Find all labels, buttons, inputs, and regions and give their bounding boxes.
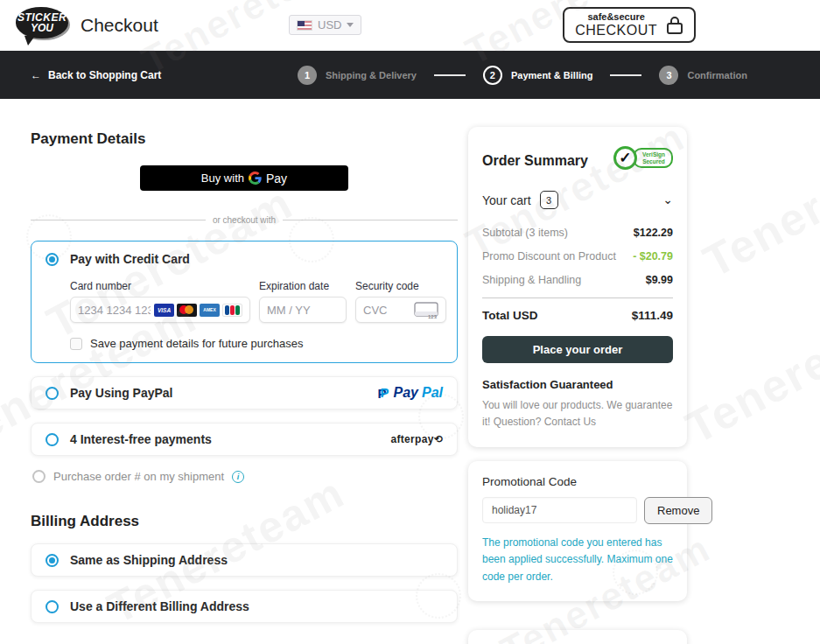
paypal-label: Pay Using PayPal [70,386,173,400]
secure-checkout-badge: safe&secure CHECKOUT [563,7,696,43]
verisign-check-icon: ✓ [613,146,637,170]
same-address-radio[interactable] [46,554,59,567]
afterpay-radio[interactable] [46,433,59,446]
summary-column: Order Summary ✓ VeriSign Secured Your ca… [468,99,687,644]
row-label: Subtotal (3 items) [482,227,568,239]
paypal-option[interactable]: Pay Using PayPal PP PayPal [31,376,458,410]
paypal-logo: PP PayPal [378,385,443,401]
order-notes-card[interactable]: Add Order notes + [468,630,687,644]
currency-code: USD [318,18,341,32]
chevron-down-icon[interactable]: ⌄ [662,197,673,203]
header: STICKER YOU Checkout USD safe&secure CHE… [0,0,820,51]
divider-label: or checkout with [206,215,283,225]
page-title: Checkout [81,15,158,36]
credit-card-radio[interactable] [46,253,59,266]
paypal-p-icon: PP [378,386,390,400]
step-label: Payment & Billing [511,70,593,80]
expiration-input[interactable] [267,304,339,317]
different-address-radio[interactable] [46,600,59,613]
afterpay-option[interactable]: 4 Interest-free payments afterpay⟲ [31,423,458,456]
gpay-label: Pay [266,172,287,186]
card-brand-icons: VISA AMEX [154,304,242,317]
gpay-prefix: Buy with [201,172,244,185]
your-cart-label: Your cart [482,193,531,207]
back-link-label: Back to Shopping Cart [48,69,161,81]
row-label: Shipping & Handling [482,274,581,286]
step-divider [434,74,466,76]
amex-icon: AMEX [200,304,220,317]
stickeryou-logo[interactable]: STICKER YOU [16,5,72,46]
step-label: Shipping & Delivery [326,70,417,80]
summary-divider [482,298,673,298]
step-confirmation[interactable]: 3 Confirmation [659,66,746,85]
purchase-order-radio[interactable] [32,470,46,483]
promo-code-card: Promotional Code Remove The promotional … [468,461,687,601]
step-number: 2 [483,66,502,85]
google-pay-button[interactable]: Buy with Pay [140,165,348,191]
steps: 1 Shipping & Delivery 2 Payment & Billin… [298,66,747,85]
place-order-button[interactable]: Place your order [482,336,673,363]
logo-bubble-tail [25,36,35,46]
step-shipping-delivery[interactable]: 1 Shipping & Delivery [298,66,417,85]
summary-row-subtotal: Subtotal (3 items) $122.29 [482,227,673,239]
different-address-option[interactable]: Use a Different Billing Address [31,590,458,623]
promo-code-heading: Promotional Code [482,475,673,488]
logo-bubble: STICKER YOU [16,7,68,38]
expiration-label: Expiration date [259,280,347,292]
total-label: Total USD [482,309,538,322]
order-summary-card: Order Summary ✓ VeriSign Secured Your ca… [468,127,687,447]
svg-text:123: 123 [428,313,438,318]
satisfaction-text: You will love our products. We guarantee… [482,397,673,430]
security-code-input[interactable] [363,304,410,317]
cvc-card-icon: 123 [414,302,438,318]
jcb-icon [222,304,242,317]
satisfaction-title: Satisfaction Guaranteed [482,378,673,391]
your-cart-row[interactable]: Your cart 3 ⌄ [482,191,673,209]
payment-column: Payment Details Buy with Pay or checkout… [31,99,458,644]
card-number-input[interactable] [78,304,151,317]
remove-promo-button[interactable]: Remove [644,497,712,524]
security-code-label: Security code [355,280,446,292]
save-payment-checkbox[interactable] [70,338,82,350]
afterpay-logo: afterpay⟲ [391,433,443,445]
credit-card-option: Pay with Credit Card Card number VISA AM… [31,241,458,363]
credit-card-label: Pay with Credit Card [70,252,190,266]
card-number-label: Card number [70,280,250,292]
step-payment-billing[interactable]: 2 Payment & Billing [483,66,593,85]
paypal-logo-pal: Pal [422,385,443,401]
order-summary-heading: Order Summary [482,153,588,169]
step-number: 3 [659,66,678,85]
logo-text-line2: YOU [31,23,53,33]
us-flag-icon [297,20,312,31]
cart-count-badge: 3 [540,191,558,209]
lock-icon [666,16,683,35]
mastercard-icon [177,304,197,317]
chevron-down-icon [347,23,354,27]
currency-selector[interactable]: USD [289,15,361,35]
promo-code-input[interactable] [482,497,637,523]
info-icon[interactable]: i [232,471,244,483]
checkout-stepper: ← Back to Shopping Cart 1 Shipping & Del… [0,51,820,99]
same-address-label: Same as Shipping Address [70,553,228,567]
total-value: $111.49 [632,309,673,322]
back-to-cart-link[interactable]: ← Back to Shopping Cart [31,69,161,81]
verisign-badge: ✓ VeriSign Secured [613,146,673,170]
google-g-icon [249,172,262,185]
secure-badge-line2: CHECKOUT [575,23,657,38]
paypal-radio[interactable] [46,387,59,400]
total-row: Total USD $111.49 [482,309,673,322]
step-divider [610,74,641,76]
different-address-label: Use a Different Billing Address [70,599,249,613]
verisign-line2: Secured [642,158,665,165]
paypal-logo-pay: Pay [394,385,418,401]
card-number-field: Card number VISA AMEX [70,280,250,323]
expiration-field: Expiration date [259,280,347,323]
purchase-order-option[interactable]: Purchase order # on my shipment i [32,470,458,483]
summary-row-discount: Promo Discount on Product - $20.79 [482,250,673,262]
row-value: - $20.79 [633,250,673,262]
step-label: Confirmation [687,70,746,80]
purchase-order-label: Purchase order # on my shipment [53,470,224,483]
row-value: $9.99 [646,274,673,286]
same-address-option[interactable]: Same as Shipping Address [31,543,458,577]
visa-icon: VISA [154,304,174,317]
